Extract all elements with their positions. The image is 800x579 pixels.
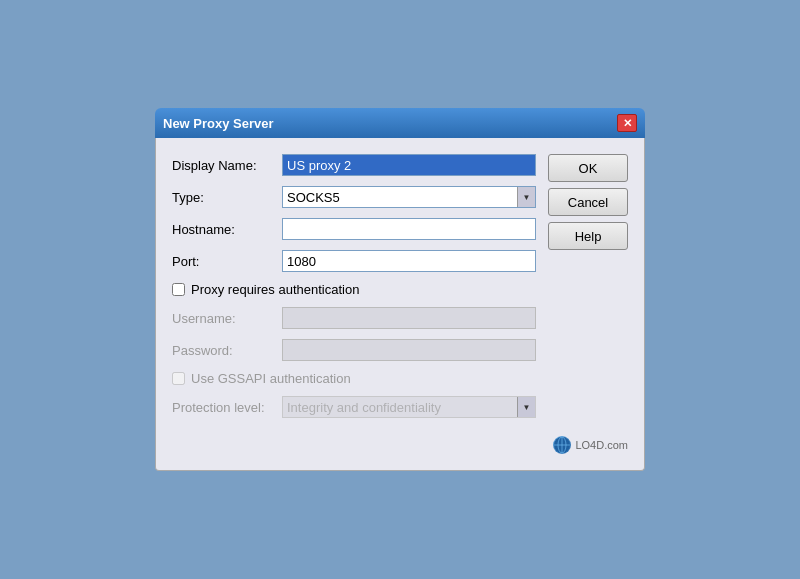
display-name-label: Display Name:	[172, 158, 282, 173]
auth-checkbox-row: Proxy requires authentication	[172, 282, 536, 297]
gssapi-checkbox[interactable]	[172, 372, 185, 385]
protection-level-select-wrapper: None Integrity Integrity and confidentia…	[282, 396, 536, 418]
title-bar: New Proxy Server ✕	[155, 108, 645, 138]
protection-level-label: Protection level:	[172, 400, 282, 415]
hostname-row: Hostname:	[172, 218, 536, 240]
username-label: Username:	[172, 311, 282, 326]
port-input[interactable]	[282, 250, 536, 272]
type-select[interactable]: SOCKS4 SOCKS5 HTTP HTTPS	[282, 186, 536, 208]
auth-checkbox[interactable]	[172, 283, 185, 296]
main-content: Display Name: Type: SOCKS4 SOCKS5 HTTP H…	[172, 154, 628, 428]
form-section: Display Name: Type: SOCKS4 SOCKS5 HTTP H…	[172, 154, 536, 428]
username-row: Username:	[172, 307, 536, 329]
display-name-input[interactable]	[282, 154, 536, 176]
gssapi-checkbox-label: Use GSSAPI authentication	[191, 371, 351, 386]
dialog-window: New Proxy Server ✕ Display Name: Type: S…	[155, 108, 645, 471]
password-label: Password:	[172, 343, 282, 358]
dialog-title: New Proxy Server	[163, 116, 274, 131]
password-row: Password:	[172, 339, 536, 361]
display-name-row: Display Name:	[172, 154, 536, 176]
buttons-section: OK Cancel Help	[548, 154, 628, 428]
cancel-button[interactable]: Cancel	[548, 188, 628, 216]
type-row: Type: SOCKS4 SOCKS5 HTTP HTTPS ▼	[172, 186, 536, 208]
hostname-input[interactable]	[282, 218, 536, 240]
close-button[interactable]: ✕	[617, 114, 637, 132]
port-label: Port:	[172, 254, 282, 269]
protection-level-row: Protection level: None Integrity Integri…	[172, 396, 536, 418]
port-row: Port:	[172, 250, 536, 272]
type-label: Type:	[172, 190, 282, 205]
auth-checkbox-label[interactable]: Proxy requires authentication	[191, 282, 359, 297]
username-input[interactable]	[282, 307, 536, 329]
watermark-globe-icon	[553, 436, 571, 454]
type-select-wrapper: SOCKS4 SOCKS5 HTTP HTTPS ▼	[282, 186, 536, 208]
watermark-text: LO4D.com	[575, 439, 628, 451]
hostname-label: Hostname:	[172, 222, 282, 237]
password-input[interactable]	[282, 339, 536, 361]
dialog-body: Display Name: Type: SOCKS4 SOCKS5 HTTP H…	[155, 138, 645, 471]
gssapi-checkbox-row: Use GSSAPI authentication	[172, 371, 536, 386]
ok-button[interactable]: OK	[548, 154, 628, 182]
help-button[interactable]: Help	[548, 222, 628, 250]
protection-level-select[interactable]: None Integrity Integrity and confidentia…	[282, 396, 536, 418]
